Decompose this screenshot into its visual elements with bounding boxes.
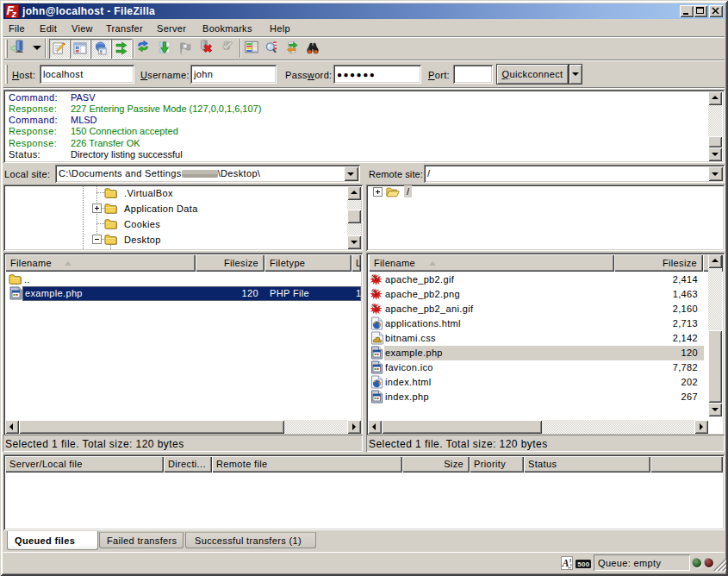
svg-text:500: 500: [577, 560, 589, 568]
svg-text:A: A: [562, 557, 569, 569]
svg-text:z: z: [11, 9, 17, 18]
